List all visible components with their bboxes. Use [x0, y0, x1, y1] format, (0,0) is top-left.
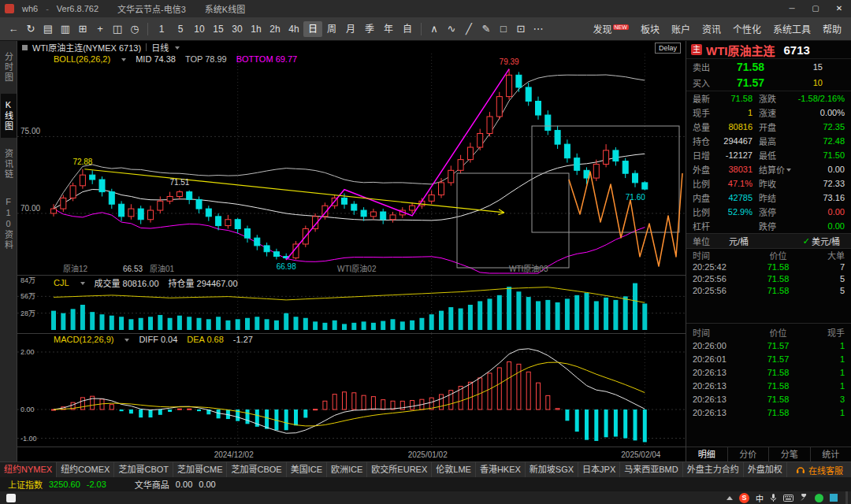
exchange-tab-外盘主力合约[interactable]: 外盘主力合约: [683, 462, 744, 477]
period-button-周[interactable]: 周: [322, 21, 341, 37]
menu-系统工具[interactable]: 系统工具: [773, 22, 811, 35]
volume-pane[interactable]: 84万56万28万 CJL 成交量 80816.00 持仓量 294467.00: [17, 276, 686, 334]
exchange-tab-伦敦LME[interactable]: 伦敦LME: [432, 462, 476, 477]
sidebar-tab-F10资料[interactable]: F10资料: [1, 191, 17, 257]
chart-period-selector[interactable]: 日线: [151, 41, 169, 54]
menu-板块[interactable]: 板块: [641, 22, 660, 35]
menu-资讯[interactable]: 资讯: [702, 22, 721, 35]
macd-pane[interactable]: 2.000.00-1.00 MACD(12,26,9) DIFF 0.04 DE…: [17, 334, 686, 447]
period-button-4h[interactable]: 4h: [284, 21, 303, 37]
tray-expand-icon[interactable]: [727, 493, 733, 500]
zigzag-tool-icon[interactable]: ∿: [443, 20, 460, 38]
period-button-10[interactable]: 10: [190, 21, 209, 37]
dropdown-caret-icon[interactable]: [786, 169, 791, 174]
online-service-button[interactable]: 在线客服: [796, 464, 851, 476]
commodity-index-label[interactable]: 文华商品: [135, 478, 169, 491]
exchange-tab-马来西亚BMD[interactable]: 马来西亚BMD: [620, 462, 682, 477]
exchange-tab-纽约NYMEX[interactable]: 纽约NYMEX: [0, 462, 57, 477]
exchange-tab-香港HKEX[interactable]: 香港HKEX: [476, 462, 526, 477]
sh-index-label[interactable]: 上证指数: [8, 478, 43, 491]
period-button-1[interactable]: 1: [152, 21, 171, 37]
exchange-tab-日本JPX[interactable]: 日本JPX: [578, 462, 620, 477]
back-icon[interactable]: ←: [5, 20, 22, 38]
exchange-tab-芝加哥CME[interactable]: 芝加哥CME: [173, 462, 227, 477]
cjl-indicator-name[interactable]: CJL: [54, 278, 69, 287]
antivirus-tray-icon[interactable]: [815, 494, 823, 502]
show-desktop-button[interactable]: [845, 491, 848, 504]
menu-发现[interactable]: 发现NEW: [593, 22, 629, 35]
menu-个性化[interactable]: 个性化: [733, 22, 761, 35]
period-button-年[interactable]: 年: [379, 21, 398, 37]
table-row[interactable]: 20:25:5671.585: [686, 284, 851, 296]
refresh-icon[interactable]: ↻: [22, 20, 39, 38]
panel-tab-分价[interactable]: 分价: [727, 447, 769, 461]
grid-view-icon[interactable]: ⊞: [74, 20, 91, 38]
boll-name[interactable]: BOLL(26,26,2): [54, 54, 110, 64]
exchange-tab-外盘加权[interactable]: 外盘加权: [744, 462, 787, 477]
exchange-tab-美国ICE[interactable]: 美国ICE: [287, 462, 327, 477]
period-button-5[interactable]: 5: [171, 21, 190, 37]
menu-账户[interactable]: 账户: [671, 22, 690, 35]
exchange-tab-欧交所EUREX[interactable]: 欧交所EUREX: [367, 462, 432, 477]
rect-tool-icon[interactable]: □: [495, 20, 512, 38]
alarm-icon[interactable]: ◷: [126, 20, 143, 38]
compress-icon[interactable]: ∧: [426, 20, 443, 38]
period-button-15[interactable]: 15: [209, 21, 228, 37]
table-row[interactable]: 20:25:5671.585: [686, 272, 851, 284]
minimize-button[interactable]: ─: [780, 0, 804, 17]
table-row[interactable]: 20:26:0071.571: [686, 339, 851, 352]
period-button-日[interactable]: 日: [303, 21, 322, 37]
menu-帮助[interactable]: 帮助: [823, 22, 842, 35]
quote-board-icon[interactable]: ▤: [39, 20, 57, 38]
tray-app-icon[interactable]: [830, 494, 838, 502]
bid-row[interactable]: 买入 71.57 10: [686, 75, 851, 91]
exchange-tab-芝加哥CBOT[interactable]: 芝加哥CBOT: [114, 462, 173, 477]
exchange-tab-欧洲ICE[interactable]: 欧洲ICE: [327, 462, 367, 477]
period-button-季[interactable]: 季: [360, 21, 379, 37]
candlestick-chart[interactable]: 75.0070.0072.8871.5166.9879.3971.60原油126…: [17, 54, 686, 275]
big-order-table[interactable]: 时间价位大单20:25:4271.58720:25:5671.58520:25:…: [686, 249, 851, 296]
panel-tab-分笔[interactable]: 分笔: [768, 447, 810, 461]
server-node-label[interactable]: 文华云节点-电信3: [117, 2, 186, 15]
unit-option-cny[interactable]: 元/桶: [729, 235, 749, 247]
mic-icon[interactable]: [770, 493, 777, 502]
table-row[interactable]: 20:26:1371.581: [686, 406, 851, 419]
table-row[interactable]: 20:26:0171.571: [686, 352, 851, 365]
table-row[interactable]: 20:26:1371.581: [686, 379, 851, 392]
table-row[interactable]: 20:25:4271.587: [686, 261, 851, 272]
table-row[interactable]: 20:26:1371.581: [686, 365, 851, 379]
draw-tool-icon[interactable]: ✎: [478, 20, 495, 38]
sogou-logo[interactable]: S: [739, 493, 749, 503]
period-button-1h[interactable]: 1h: [247, 21, 266, 37]
panel-tab-明细[interactable]: 明细: [686, 447, 727, 461]
sidebar-tab-资讯链[interactable]: 资讯链: [1, 143, 17, 186]
multi-window-icon[interactable]: ◫: [109, 20, 126, 38]
table-row[interactable]: 20:26:1371.583: [686, 392, 851, 406]
toolbox-icon[interactable]: [800, 494, 808, 502]
contract-name[interactable]: WTI原油主连: [706, 42, 775, 58]
period-button-自[interactable]: 自: [398, 21, 417, 37]
macd-chart[interactable]: 2.000.00-1.00: [17, 334, 686, 447]
period-button-2h[interactable]: 2h: [266, 21, 284, 37]
tick-table[interactable]: 时间价位现手20:26:0071.57120:26:0171.57120:26:…: [686, 323, 851, 419]
ime-lang-toggle[interactable]: 中: [756, 492, 764, 504]
close-button[interactable]: ✕: [827, 0, 851, 17]
trendline-tool-icon[interactable]: ╱: [460, 20, 478, 38]
period-button-30[interactable]: 30: [228, 21, 247, 37]
exchange-tab-新加坡SGX[interactable]: 新加坡SGX: [526, 462, 578, 477]
exchange-tab-纽约COMEX[interactable]: 纽约COMEX: [57, 462, 114, 477]
macd-name[interactable]: MACD(12,26,9): [54, 335, 113, 344]
ask-row[interactable]: 卖出 71.58 15: [686, 59, 851, 75]
main-price-pane[interactable]: 75.0070.0072.8871.5166.9879.3971.60原油126…: [17, 54, 686, 276]
unit-option-usd[interactable]: ✓ 美元/桶: [803, 235, 840, 247]
ime-float-icon[interactable]: [6, 494, 16, 502]
sidebar-tab-K线图[interactable]: K线图: [1, 94, 17, 138]
panel-tab-统计[interactable]: 统计: [810, 447, 851, 461]
period-button-月[interactable]: 月: [341, 21, 360, 37]
kline-view-icon[interactable]: ▥: [57, 20, 74, 38]
sidebar-tab-分时图[interactable]: 分时图: [1, 46, 17, 89]
exchange-tab-芝加哥CBOE[interactable]: 芝加哥CBOE: [227, 462, 286, 477]
keyboard-icon[interactable]: [783, 495, 793, 502]
maximize-button[interactable]: ▢: [804, 0, 827, 17]
crosshair-icon[interactable]: +: [91, 20, 109, 38]
